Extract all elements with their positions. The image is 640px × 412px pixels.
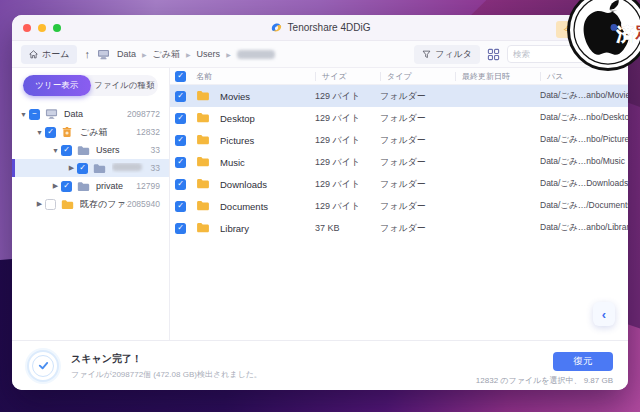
file-size: 129 バイト (315, 178, 380, 191)
file-size: 129 バイト (315, 112, 380, 125)
table-row-desktop[interactable]: ✓ Desktop 129 バイト フォルダー Data/ごみ…nbo/Desk… (170, 107, 628, 129)
scan-complete-icon (27, 350, 59, 382)
sidebar-view-tabs: ツリー表示 ファイルの種類 (23, 75, 158, 96)
tree-item-label: Users (96, 145, 151, 155)
column-header-name[interactable]: 名前 (196, 71, 315, 82)
breadcrumb-item-username-redacted[interactable] (237, 50, 275, 59)
file-size: 37 KB (315, 223, 380, 233)
tree-item-users[interactable]: ▼ ✓ Users 33 (12, 141, 169, 159)
disclosure-collapsed-icon[interactable]: ▶ (34, 200, 45, 208)
traffic-lights (12, 24, 61, 32)
funnel-icon (422, 50, 431, 59)
home-button[interactable]: ホーム (21, 45, 77, 64)
imac-icon (45, 108, 59, 120)
breadcrumb-item-users[interactable]: Users (197, 49, 221, 59)
column-header-size[interactable]: サイズ (315, 72, 380, 81)
select-all-checkbox[interactable]: ✓ (175, 71, 186, 82)
stamp-char-right: 定 (635, 23, 640, 40)
stamp-char-center: 済 (615, 24, 634, 44)
checkbox-checked[interactable]: ✓ (45, 127, 56, 138)
table-row-library[interactable]: ✓ Library 37 KB フォルダー Data/ごみ…anbo/Libra… (170, 217, 628, 239)
tree-item-data[interactable]: ▼ − Data 2098772 (12, 105, 169, 123)
go-up-button[interactable]: ↑ (84, 49, 90, 60)
row-checkbox[interactable]: ✓ (175, 179, 186, 190)
filter-button[interactable]: フィルタ (414, 45, 480, 64)
folder-icon (196, 200, 220, 213)
column-header-modified[interactable]: 最終更新日時 (455, 72, 540, 81)
file-type: フォルダー (380, 156, 455, 169)
sidebar: ツリー表示 ファイルの種類 ▼ − Data (12, 68, 170, 340)
app-logo-icon (270, 21, 283, 34)
status-footer: スキャン完了！ ファイルが2098772個 (472.08 GB)検出されました… (12, 340, 628, 390)
folder-icon (77, 145, 91, 156)
breadcrumb-separator-icon: ▶ (186, 51, 191, 58)
collapse-panel-button[interactable]: ‹ (593, 302, 615, 326)
row-checkbox[interactable]: ✓ (175, 91, 186, 102)
filter-button-label: フィルタ (435, 48, 472, 61)
column-header-type[interactable]: タイプ (380, 72, 455, 81)
checkbox-checked[interactable]: ✓ (61, 145, 72, 156)
tree-item-label: Data (64, 109, 127, 119)
file-name: Documents (220, 201, 315, 212)
disclosure-expanded-icon[interactable]: ▼ (50, 147, 61, 154)
file-type: フォルダー (380, 222, 455, 235)
folder-icon (196, 178, 220, 191)
tree-item-label: private (96, 181, 136, 191)
file-path: Data/ごみ…anbo/Movies (540, 90, 628, 102)
row-checkbox[interactable]: ✓ (175, 201, 186, 212)
checkbox-checked[interactable]: ✓ (61, 181, 72, 192)
checkbox-indeterminate[interactable]: − (29, 109, 40, 120)
tab-file-type[interactable]: ファイルの種類 (91, 75, 159, 96)
table-row-music[interactable]: ✓ Music 129 バイト フォルダー Data/ごみ…nbo/Music (170, 151, 628, 173)
file-size: 129 バイト (315, 90, 380, 103)
checkbox-checked[interactable]: ✓ (77, 163, 88, 174)
file-size: 129 バイト (315, 134, 380, 147)
disclosure-collapsed-icon[interactable]: ▶ (66, 164, 77, 172)
file-name: Music (220, 157, 315, 168)
table-row-downloads[interactable]: ✓ Downloads 129 バイト フォルダー Data/ごみ…Downlo… (170, 173, 628, 195)
file-path: Data/ごみ…anbo/Library (540, 222, 628, 234)
tree-item-existing-files[interactable]: ▶ 既存のファイル 2085940 (12, 195, 169, 213)
table-row-documents[interactable]: ✓ Documents 129 バイト フォルダー Data/ごみ…/Docum… (170, 195, 628, 217)
disclosure-collapsed-icon[interactable]: ▶ (50, 182, 61, 190)
folder-icon (196, 156, 220, 169)
breadcrumb-item-trash[interactable]: ごみ箱 (153, 48, 180, 61)
row-checkbox[interactable]: ✓ (175, 157, 186, 168)
tree-item-label (112, 163, 151, 173)
checkbox-unchecked[interactable] (45, 199, 56, 210)
tree-item-private[interactable]: ▶ ✓ private 12799 (12, 177, 169, 195)
tree-item-trash[interactable]: ▼ ✓ ごみ箱 12832 (12, 123, 169, 141)
zoom-window-button[interactable] (53, 24, 61, 32)
file-path: Data/ごみ…/Documents (540, 200, 628, 212)
file-size: 129 バイト (315, 156, 380, 169)
file-size: 129 バイト (315, 200, 380, 213)
table-row-pictures[interactable]: ✓ Pictures 129 バイト フォルダー Data/ごみ…nbo/Pic… (170, 129, 628, 151)
file-name: Desktop (220, 113, 315, 124)
row-checkbox[interactable]: ✓ (175, 113, 186, 124)
disclosure-expanded-icon[interactable]: ▼ (34, 129, 45, 136)
row-checkbox[interactable]: ✓ (175, 223, 186, 234)
file-type: フォルダー (380, 200, 455, 213)
close-window-button[interactable] (23, 24, 31, 32)
file-name: Movies (220, 91, 315, 102)
trash-icon (61, 126, 75, 138)
folder-icon (61, 199, 75, 210)
view-mode-button[interactable] (487, 48, 500, 61)
row-checkbox[interactable]: ✓ (175, 135, 186, 146)
selection-summary: 12832 のファイルを選択中、 9.87 GB (476, 375, 613, 386)
tree-item-user-redacted[interactable]: ▶ ✓ 33 (12, 159, 169, 177)
tree-item-count: 12799 (136, 181, 160, 191)
home-button-label: ホーム (42, 48, 69, 61)
disclosure-expanded-icon[interactable]: ▼ (18, 111, 29, 118)
file-path: Data/ごみ…nbo/Desktop (540, 112, 628, 124)
file-type: フォルダー (380, 134, 455, 147)
file-name: Downloads (220, 179, 315, 190)
column-header-path[interactable]: パス (540, 72, 628, 81)
tab-tree-view[interactable]: ツリー表示 (23, 75, 91, 96)
folder-icon (93, 163, 107, 174)
minimize-window-button[interactable] (38, 24, 46, 32)
table-row-movies[interactable]: ✓ Movies 129 バイト フォルダー Data/ごみ…anbo/Movi… (170, 85, 628, 107)
breadcrumb-item-data[interactable]: Data (117, 49, 136, 59)
grid-view-icon (487, 48, 500, 61)
restore-button[interactable]: 復元 (553, 352, 613, 371)
